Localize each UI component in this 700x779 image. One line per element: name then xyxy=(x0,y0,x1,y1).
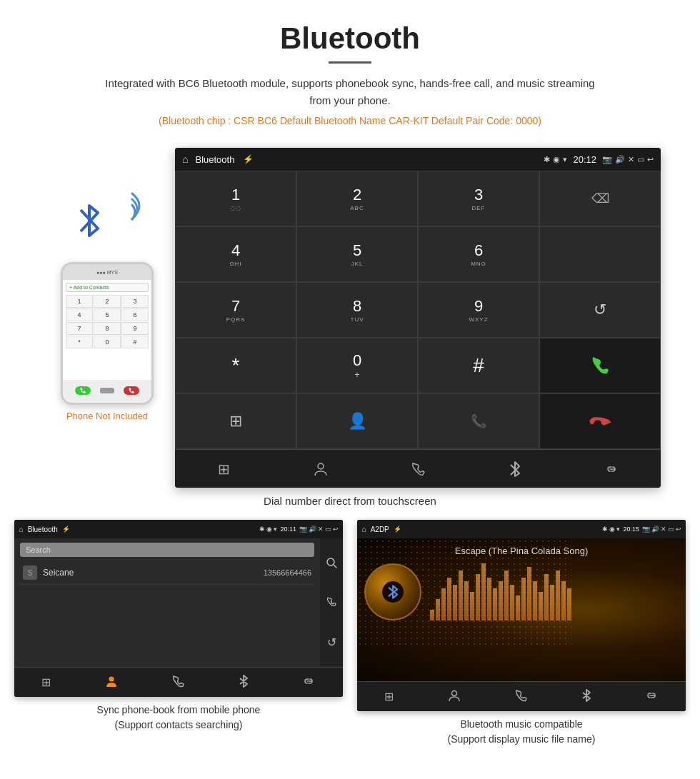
refresh-side-icon[interactable]: ↺ xyxy=(327,635,336,649)
pb-nav-link[interactable] xyxy=(303,675,316,690)
volume-icon[interactable]: 🔊 xyxy=(615,155,625,164)
viz-bar xyxy=(527,567,531,620)
dial-sub: ABC xyxy=(350,205,364,211)
pb-nav-user[interactable] xyxy=(105,675,118,690)
mu-usb-icon: ⚡ xyxy=(394,526,401,533)
mu-nav-user[interactable] xyxy=(448,689,461,705)
dial-key-2[interactable]: 2 ABC xyxy=(296,171,418,226)
phone-key-3: 3 xyxy=(121,295,149,308)
mu-nav-link[interactable] xyxy=(646,689,659,705)
viz-bar xyxy=(441,588,446,620)
dial-sub: MNO xyxy=(471,261,486,267)
dial-key-7[interactable]: 7 PQRS xyxy=(175,282,296,338)
signal-icon: ▾ xyxy=(563,155,567,164)
pb-status-right: ✱ ◉ ▾ 20:11 📷 🔊 ✕ ▭ ↩ xyxy=(259,526,339,533)
dial-key-call-red[interactable] xyxy=(539,393,661,449)
pb-x-icon[interactable]: ✕ xyxy=(318,526,324,533)
home-icon[interactable]: ⌂ xyxy=(182,154,188,165)
phonebook-content: Search S Seicane 13566664466 xyxy=(14,538,343,667)
mu-home-icon[interactable]: ⌂ xyxy=(361,525,366,533)
mu-back-icon[interactable]: ↩ xyxy=(676,526,681,533)
dial-sub: GHI xyxy=(229,261,241,267)
back-icon[interactable]: ↩ xyxy=(647,155,654,164)
search-bar[interactable]: Search xyxy=(20,543,314,557)
dial-key-5[interactable]: 5 JKL xyxy=(296,226,418,282)
phone-nav-icon xyxy=(171,675,184,688)
dial-key-1[interactable]: 1 ◌◌ xyxy=(175,171,296,226)
nav-bluetooth-icon[interactable] xyxy=(497,455,533,483)
mu-nav-grid[interactable]: ⊞ xyxy=(384,690,394,703)
phone-home-btn xyxy=(100,388,114,393)
mu-nav-bt[interactable] xyxy=(581,689,591,705)
end-call-icon xyxy=(128,387,135,394)
viz-bar xyxy=(447,578,451,620)
camera-icon[interactable]: 📷 xyxy=(602,155,612,164)
nav-dialpad-icon[interactable]: ⊞ xyxy=(175,393,296,449)
mu-status-right: ✱ ◉ ▾ 20:15 📷 🔊 ✕ ▭ ↩ xyxy=(602,526,681,533)
nav-link-icon[interactable] xyxy=(594,455,630,483)
contact-row[interactable]: S Seicane 13566664466 xyxy=(20,561,314,585)
svg-point-0 xyxy=(318,463,324,469)
pb-back-icon[interactable]: ↩ xyxy=(333,526,339,533)
search-placeholder: Search xyxy=(26,546,51,554)
search-icon[interactable] xyxy=(326,557,337,571)
call-icon xyxy=(79,387,86,394)
album-art xyxy=(364,563,421,620)
viz-bar xyxy=(453,585,457,620)
nav-call-icon[interactable] xyxy=(400,455,436,483)
viz-bar xyxy=(533,581,537,620)
status-time: 20:12 xyxy=(573,154,596,165)
dial-sub: WXYZ xyxy=(469,316,488,323)
call-green-icon xyxy=(589,354,611,377)
pb-win-icon[interactable]: ▭ xyxy=(325,526,331,533)
dial-key-8[interactable]: 8 TUV xyxy=(296,282,418,338)
mu-nav-call[interactable] xyxy=(514,689,527,705)
phonebook-caption: Sync phone-book from mobile phone(Suppor… xyxy=(97,703,261,733)
dial-key-4[interactable]: 4 GHI xyxy=(175,226,296,282)
viz-bar xyxy=(556,571,560,620)
mu-bt-icon: ✱ xyxy=(602,526,608,533)
pb-vol-icon[interactable]: 🔊 xyxy=(309,526,316,533)
dial-key-redial[interactable]: ↺ xyxy=(539,282,661,338)
nav-user-icon[interactable] xyxy=(303,455,339,483)
viz-bar xyxy=(459,571,463,620)
mu-loc-icon: ◉ xyxy=(609,526,615,533)
dial-key-star[interactable]: * xyxy=(175,338,296,393)
mu-time: 20:15 xyxy=(623,526,639,533)
dial-key-0[interactable]: 0 + xyxy=(296,338,418,393)
dial-key-9[interactable]: 9 WXYZ xyxy=(418,282,539,338)
main-screen-title: Bluetooth xyxy=(195,154,234,165)
bt-symbol-area xyxy=(61,191,154,255)
viz-bar xyxy=(436,599,440,620)
call-side-icon[interactable] xyxy=(326,596,337,610)
mu-vol-icon[interactable]: 🔊 xyxy=(651,526,659,533)
phonebook-unit: ⌂ Bluetooth ⚡ ✱ ◉ ▾ 20:11 📷 🔊 ✕ ▭ ↩ xyxy=(14,520,343,697)
phone-mockup: ●●● MYS + Add to Contacts 1 2 3 4 5 6 7 … xyxy=(61,262,154,405)
mu-win-icon[interactable]: ▭ xyxy=(668,526,674,533)
viz-bar xyxy=(544,574,549,620)
window-icon[interactable]: ▭ xyxy=(637,155,644,164)
pb-home-icon[interactable]: ⌂ xyxy=(19,525,24,533)
phone-carrier-text: ●●● MYS xyxy=(96,270,118,275)
nav-grid-icon[interactable]: ⊞ xyxy=(206,455,241,483)
phone-key-5: 5 xyxy=(94,308,121,321)
user-active-icon xyxy=(105,675,118,688)
dial-key-hash[interactable]: # xyxy=(418,338,539,393)
pb-nav-call[interactable] xyxy=(171,675,184,690)
pb-cam-icon[interactable]: 📷 xyxy=(299,526,307,533)
phone-call-button xyxy=(75,386,91,395)
pb-nav-bt[interactable] xyxy=(239,675,249,690)
dial-key-backspace[interactable]: ⌫ xyxy=(539,171,661,226)
link-icon xyxy=(604,461,620,477)
link-nav-icon xyxy=(303,675,316,688)
dial-key-3[interactable]: 3 DEF xyxy=(418,171,539,226)
nav-phone-icon[interactable]: 📞 xyxy=(418,393,539,449)
mu-cam-icon[interactable]: 📷 xyxy=(642,526,650,533)
dial-key-call-green[interactable] xyxy=(539,338,661,393)
close-icon[interactable]: ✕ xyxy=(628,155,634,164)
pb-nav-grid[interactable]: ⊞ xyxy=(41,675,51,689)
viz-bar xyxy=(476,574,480,620)
dial-key-6[interactable]: 6 MNO xyxy=(418,226,539,282)
mu-x-icon[interactable]: ✕ xyxy=(661,526,666,533)
nav-contacts-icon[interactable]: 👤 xyxy=(296,393,418,449)
